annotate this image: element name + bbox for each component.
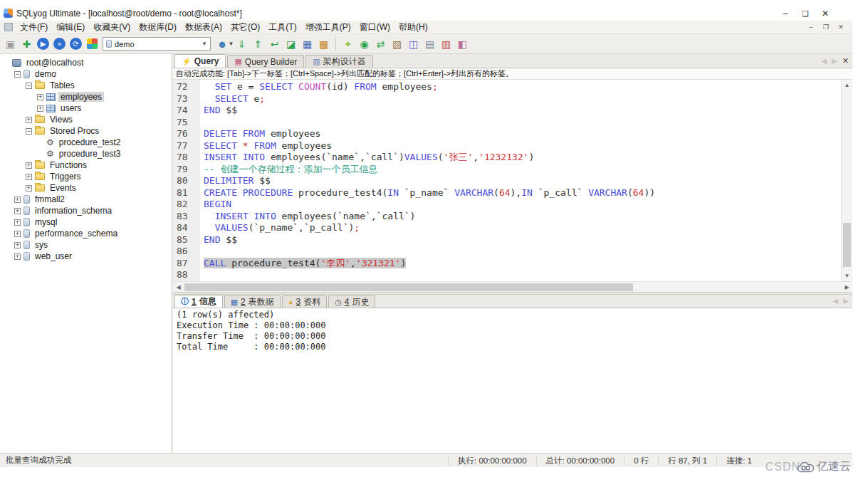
menu-item-7[interactable]: 增强工具(P) [301,21,355,34]
tree-item-employees[interactable]: employees [0,91,171,103]
child-restore-button[interactable]: ❐ [822,23,830,31]
tree-item-events[interactable]: Events [0,182,171,194]
menu-bar-items: 文件(F)编辑(E)收藏夹(V)数据库(D)数据表(A)其它(O)工具(T)增强… [16,21,432,34]
schema-sync-icon[interactable]: ✦ [340,36,355,51]
form-view-icon[interactable]: ▥ [439,36,454,51]
scroll-up-icon[interactable]: ▲ [842,80,852,90]
window-controls [775,7,835,20]
results-tab-3[interactable]: ◕3资料 [282,295,327,308]
main-area: root@localhostdemoTablesemployeesusersVi… [0,54,852,453]
tree-item-root-localhost[interactable]: root@localhost [0,57,171,68]
minimize-button[interactable] [775,7,795,20]
horizontal-scroll-thumb[interactable] [184,283,633,291]
tree-expander-icon[interactable] [26,83,32,89]
tree-expander-icon[interactable] [14,71,21,78]
scroll-right-icon[interactable]: ▶ [842,284,852,290]
results-tab-1[interactable]: ⓘ1信息 [174,295,223,308]
query-profiler-icon[interactable] [85,36,100,51]
tree-expander-icon[interactable] [26,162,32,169]
tree-item-demo[interactable]: demo [0,68,171,80]
next-tab-icon[interactable]: ▶ [832,57,837,65]
tree-expander-icon[interactable] [14,231,21,237]
tree-item-performance-schema[interactable]: performance_schema [0,228,171,239]
menu-item-9[interactable]: 帮助(H) [394,21,432,34]
tree-expander-icon[interactable] [14,208,21,214]
vertical-scroll-thumb[interactable] [843,223,851,267]
tree-item-stored-procs[interactable]: Stored Procs [0,125,171,137]
menu-item-5[interactable]: 其它(O) [226,21,264,34]
table-data-icon[interactable]: ▦ [300,36,315,51]
table-icon [46,93,56,101]
tree-item-views[interactable]: Views [0,114,171,125]
tree-expander-icon[interactable] [14,253,21,260]
user-manager-icon[interactable]: ☻▼ [218,36,233,51]
sql-editor[interactable]: 7273747576777879808182838485868788 SET e… [173,80,852,281]
line-number: 81 [173,187,199,199]
tree-item-functions[interactable]: Functions [0,159,171,171]
maximize-button[interactable] [795,7,815,20]
menu-item-8[interactable]: 窗口(W) [355,21,394,34]
export-data-icon[interactable]: ◪ [283,36,298,51]
tree-item-triggers[interactable]: Triggers [0,171,171,182]
data-sync-icon[interactable]: ◉ [357,36,372,51]
code-area[interactable]: SET e = SELECT COUNT(id) FROM employees;… [199,80,841,281]
prev-tab-icon[interactable]: ◀ [821,57,827,65]
tree-expander-icon[interactable] [14,196,21,203]
menu-item-6[interactable]: 工具(T) [264,21,300,34]
tree-expander-icon[interactable] [26,174,32,180]
close-tab-icon[interactable]: ✕ [842,56,849,65]
code-line-81: CREATE PROCEDURE procedure_test4(IN `p_n… [204,187,841,199]
tree-expander-icon[interactable] [14,219,21,226]
tree-item-procedure-test3[interactable]: procedure_test3 [0,148,171,159]
migration-tool-icon[interactable]: ▤ [422,36,437,51]
tree-item-label: Tables [48,80,77,90]
results-tab-4[interactable]: ◷4历史 [328,295,375,308]
tab-query[interactable]: ⚡Query [174,54,226,68]
menu-item-3[interactable]: 数据库(D) [135,21,181,34]
job-agent-icon[interactable]: ⇄ [373,36,388,51]
tree-item-web-user[interactable]: web_user [0,251,171,262]
close-button[interactable] [815,7,835,20]
menu-item-4[interactable]: 数据表(A) [181,21,226,34]
tree-item-mysql[interactable]: mysql [0,216,171,228]
vertical-scrollbar[interactable]: ▲ ▼ [841,80,852,281]
backup-powertool-icon[interactable]: ▧ [389,36,404,51]
child-minimize-button[interactable]: – [807,23,815,31]
results-prev-tab-icon[interactable]: ◀ [833,297,839,305]
tree-expander-icon[interactable] [26,128,32,135]
tree-expander-icon[interactable] [37,105,43,112]
tree-expander-icon[interactable] [26,185,32,192]
tree-item-procedure-test2[interactable]: procedure_test2 [0,137,171,148]
results-next-tab-icon[interactable]: ▶ [843,297,849,305]
results-tab-2[interactable]: ▦2表数据 [224,295,281,308]
menu-item-1[interactable]: 编辑(E) [52,21,89,34]
tree-item-users[interactable]: users [0,103,171,114]
restore-database-icon[interactable]: ⇑ [251,36,266,51]
connection-manager-icon[interactable]: ▣ [3,36,18,51]
tab-query-builder[interactable]: ▦Query Builder [227,55,304,68]
menu-item-2[interactable]: 收藏夹(V) [89,21,135,34]
tree-expander-icon[interactable] [26,117,32,123]
execute-query-icon[interactable]: ▶ [36,36,51,51]
scroll-left-icon[interactable]: ◀ [173,284,184,290]
tree-expander-icon[interactable] [37,94,43,100]
refresh-icon[interactable]: ⟳ [68,36,83,51]
tree-expander-icon[interactable] [14,242,21,248]
new-query-icon[interactable]: ✚ [19,36,34,51]
tree-item-tables[interactable]: Tables [0,80,171,91]
execute-all-queries-icon[interactable]: » [52,36,67,51]
tree-item-information-schema[interactable]: information_schema [0,205,171,216]
query-analyzer-icon[interactable]: ◫ [406,36,421,51]
scroll-down-icon[interactable]: ▼ [842,271,852,281]
menu-item-0[interactable]: 文件(F) [16,21,52,34]
relationship-view-icon[interactable]: ◧ [455,36,470,51]
import-data-icon[interactable]: ↩ [267,36,282,51]
tree-item-fmmall2[interactable]: fmmall2 [0,194,171,205]
child-close-button[interactable]: ✕ [837,23,845,31]
tab-架构设计器[interactable]: ▥架构设计器 [305,55,372,68]
database-selector[interactable]: demo ▼ [103,37,211,51]
tree-item-sys[interactable]: sys [0,239,171,251]
schema-designer-toolbar-icon[interactable]: ▩ [316,36,331,51]
horizontal-scrollbar[interactable]: ◀ ▶ [173,281,852,292]
backup-database-icon[interactable]: ⇓ [234,36,249,51]
